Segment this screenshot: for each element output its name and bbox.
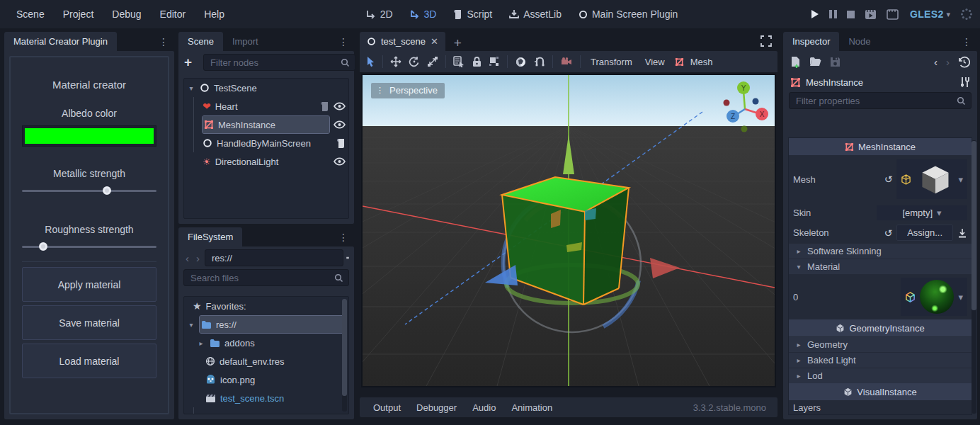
close-tab-icon[interactable]: ✕	[431, 32, 438, 51]
snap-icon[interactable]	[534, 56, 545, 67]
roughness-slider[interactable]	[22, 242, 156, 251]
history-back-button[interactable]: ‹	[183, 252, 191, 264]
new-scene-tab-button[interactable]: +	[445, 35, 470, 51]
menu-scene[interactable]: Scene	[7, 8, 54, 20]
renderer-select[interactable]: GLES2	[910, 8, 943, 20]
distraction-free-icon[interactable]	[760, 35, 772, 47]
tree-row-meshinstance[interactable]: MeshInstance	[184, 115, 348, 134]
play-scene-button[interactable]	[865, 9, 877, 20]
pick-node-icon[interactable]	[957, 228, 967, 238]
mode-script-button[interactable]: Script	[445, 8, 501, 20]
expand-arrow-icon[interactable]: ▸	[197, 339, 205, 347]
filesystem-scrollbar[interactable]	[342, 299, 347, 412]
revert-icon[interactable]: ↺	[884, 227, 892, 239]
chevron-down-icon[interactable]: ▾	[958, 292, 963, 302]
tab-node[interactable]: Node	[839, 32, 879, 51]
layer-cell[interactable]	[837, 414, 846, 415]
rotate-tool-icon[interactable]	[409, 56, 420, 67]
new-resource-button[interactable]	[790, 56, 801, 68]
layer-cell[interactable]	[794, 414, 804, 415]
output-button[interactable]: Output	[367, 402, 407, 413]
metallic-slider[interactable]	[22, 186, 156, 196]
3d-viewport[interactable]: Y X Z ⋮ Perspective	[361, 74, 776, 387]
menu-debug[interactable]: Debug	[103, 8, 150, 20]
save-material-button[interactable]: Save material	[22, 305, 156, 340]
tab-import[interactable]: Import	[223, 32, 268, 51]
metallic-slider-grabber[interactable]	[103, 186, 111, 195]
layer-cell[interactable]	[826, 414, 836, 415]
debugger-button[interactable]: Debugger	[410, 402, 463, 413]
tab-scene[interactable]: Scene	[178, 32, 223, 51]
group-geometry[interactable]: ▸Geometry	[789, 336, 972, 352]
visibility-eye-icon[interactable]	[334, 120, 346, 129]
layer-cell[interactable]	[816, 414, 825, 415]
chevron-down-icon[interactable]: ▾	[937, 208, 942, 218]
tab-material-creator-plugin[interactable]: Material Creator Plugin	[4, 32, 117, 51]
albedo-color-picker[interactable]	[22, 125, 156, 147]
panel-menu-icon[interactable]: ⋮	[333, 228, 354, 246]
split-mode-button[interactable]	[346, 252, 349, 264]
menu-editor[interactable]: Editor	[151, 8, 195, 20]
search-files-input[interactable]	[189, 272, 330, 284]
scale-tool-icon[interactable]	[427, 56, 438, 67]
row-favorites[interactable]: ★ Favorites:	[184, 297, 348, 315]
tree-row-testscene[interactable]: ▾ TestScene	[184, 79, 348, 97]
menu-project[interactable]: Project	[54, 8, 103, 20]
stop-button[interactable]	[847, 11, 855, 18]
animation-button[interactable]: Animation	[505, 402, 559, 413]
mode-main-screen-plugin-button[interactable]: Main Screen Plugin	[570, 8, 686, 20]
albedo-swatch[interactable]	[25, 128, 154, 144]
list-select-tool-icon[interactable]	[453, 56, 465, 67]
move-tool-icon[interactable]	[390, 56, 401, 67]
transform-menu[interactable]: Transform	[588, 57, 635, 67]
group-baked-light[interactable]: ▸Baked Light	[789, 352, 972, 368]
material-resource-picker[interactable]: ▾	[901, 278, 967, 316]
mesh-menu[interactable]: Mesh	[675, 57, 716, 67]
group-lod[interactable]: ▸Lod	[789, 368, 972, 383]
audio-button[interactable]: Audio	[466, 402, 502, 413]
pause-button[interactable]	[829, 10, 837, 18]
play-custom-scene-button[interactable]	[887, 9, 899, 20]
load-material-button[interactable]: Load material	[22, 344, 156, 378]
row-addons[interactable]: ▸ addons	[184, 334, 348, 352]
lock-icon[interactable]	[472, 56, 482, 67]
mode-2d-button[interactable]: 2D	[358, 8, 401, 20]
perspective-menu[interactable]: ⋮ Perspective	[371, 83, 445, 98]
layer-cell[interactable]	[881, 414, 890, 415]
scene-tab-test-scene[interactable]: test_scene ✕	[360, 32, 445, 51]
row-icon-png[interactable]: icon.png	[184, 370, 348, 389]
preview-camera-icon[interactable]	[560, 57, 573, 67]
layer-cell[interactable]	[891, 414, 901, 415]
roughness-slider-grabber[interactable]	[39, 242, 47, 251]
tree-row-heart[interactable]: ❤ Heart	[184, 97, 348, 115]
panel-menu-icon[interactable]: ⋮	[153, 33, 174, 51]
history-back-button[interactable]: ‹	[934, 56, 938, 68]
visibility-eye-icon[interactable]	[334, 102, 346, 110]
script-icon[interactable]	[320, 101, 329, 112]
object-history-button[interactable]	[958, 56, 970, 68]
history-forward-button[interactable]: ›	[194, 252, 202, 264]
chevron-down-icon[interactable]: ▾	[958, 174, 963, 185]
group-icon[interactable]	[489, 56, 500, 67]
inspector-scrollbar[interactable]	[972, 140, 976, 414]
menu-help[interactable]: Help	[195, 8, 234, 20]
visibility-eye-icon[interactable]	[334, 157, 346, 166]
panel-menu-icon[interactable]: ⋮	[333, 33, 354, 51]
mode-3d-button[interactable]: 3D	[401, 8, 445, 20]
current-path-input[interactable]	[210, 252, 338, 264]
play-button[interactable]	[810, 9, 819, 19]
group-material[interactable]: ▾Material	[789, 259, 972, 274]
skin-resource-picker[interactable]: [empty] ▾	[877, 205, 967, 220]
apply-material-button[interactable]: Apply material	[22, 267, 156, 302]
layer-cell[interactable]	[860, 414, 869, 415]
layer-cell[interactable]	[870, 414, 879, 415]
selected-node[interactable]: MeshInstance	[203, 116, 329, 133]
row-res-root[interactable]: ▾ res://	[184, 315, 348, 334]
mode-assetlib-button[interactable]: AssetLib	[501, 8, 570, 20]
object-tools-icon[interactable]	[959, 76, 970, 88]
tree-row-directionallight[interactable]: ☀ DirectionalLight	[184, 152, 348, 171]
select-tool-icon[interactable]	[365, 56, 375, 67]
view-menu[interactable]: View	[642, 57, 668, 67]
script-icon[interactable]	[336, 138, 346, 149]
tab-inspector[interactable]: Inspector	[783, 32, 839, 51]
